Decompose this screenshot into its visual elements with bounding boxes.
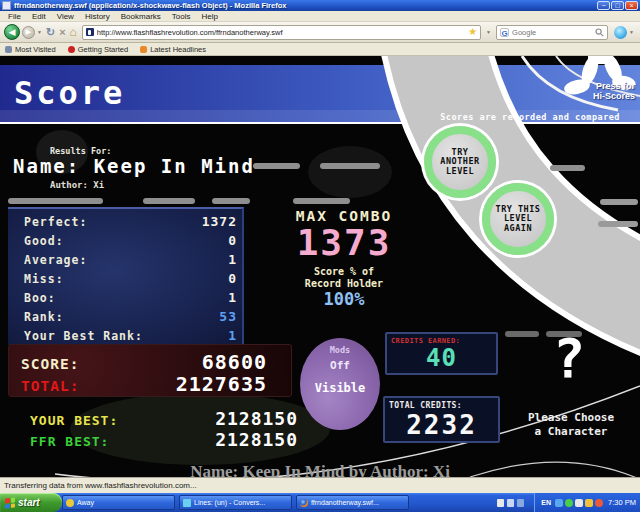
stats-panel: Perfect: 1372 Good: 0 Average: 1 Miss: 0… xyxy=(8,207,244,345)
try-another-level-button[interactable]: TRY ANOTHER LEVEL xyxy=(424,126,496,198)
menu-file[interactable]: File xyxy=(3,12,26,21)
menu-tools[interactable]: Tools xyxy=(167,12,196,21)
walking-person-icon[interactable] xyxy=(497,499,504,507)
back-button[interactable]: ◀ xyxy=(4,24,20,40)
record-percent-value: 100% xyxy=(256,290,432,308)
taskbar: start Away Lines: (un) - Convers... ffrn… xyxy=(0,493,640,512)
close-button[interactable]: × xyxy=(625,1,638,10)
tray-icon-messenger[interactable] xyxy=(555,499,563,507)
history-dropdown-icon[interactable]: ▼ xyxy=(37,29,42,35)
song-name: Name: Keep In Mind xyxy=(13,155,255,177)
menu-view[interactable]: View xyxy=(52,12,79,21)
bookmarks-toolbar: Most Visited Getting Started Latest Head… xyxy=(0,43,640,56)
search-box: G xyxy=(496,25,608,40)
away-status-icon xyxy=(66,499,74,507)
tray-icon-volume[interactable] xyxy=(575,499,583,507)
stat-row-perfect: Perfect: 1372 xyxy=(24,212,237,231)
network-icon[interactable] xyxy=(517,499,524,507)
taskbar-task-firefox[interactable]: ffrndanotherway.swf... xyxy=(296,495,409,510)
menu-bookmarks[interactable]: Bookmarks xyxy=(116,12,166,21)
tray-icon-antivirus[interactable] xyxy=(565,499,573,507)
credits-earned-value: 40 xyxy=(387,346,496,370)
stat-row-good: Good: 0 xyxy=(24,231,237,250)
taskbar-mid-icons xyxy=(497,499,524,507)
restore-button[interactable]: □ xyxy=(611,1,624,10)
ffr-best-row: FFR BEST: 2128150 xyxy=(30,429,298,450)
max-combo-block: MAX COMBO 1373 Score % of Record Holder … xyxy=(256,208,432,308)
bookmark-most-visited[interactable]: Most Visited xyxy=(5,45,56,54)
minimize-button[interactable]: − xyxy=(597,1,610,10)
menu-bar: File Edit View History Bookmarks Tools H… xyxy=(0,11,640,22)
stat-row-rank: Rank: 53 xyxy=(24,307,237,326)
total-credits-value: 2232 xyxy=(385,412,498,438)
site-favicon-icon xyxy=(86,28,94,36)
tray-icon-shield[interactable] xyxy=(585,499,593,507)
start-button[interactable]: start xyxy=(0,493,62,512)
bests-block: YOUR BEST: 2128150 FFR BEST: 2128150 xyxy=(8,404,298,450)
magnifier-icon[interactable] xyxy=(595,28,604,37)
rss-icon xyxy=(140,46,147,53)
total-row: TOTAL: 2127635 xyxy=(21,372,267,394)
toolbar-overflow-icon[interactable]: ▼ xyxy=(629,29,634,35)
max-combo-value: 1373 xyxy=(256,224,432,262)
decor-dash xyxy=(253,163,300,169)
forward-button[interactable]: ▶ xyxy=(22,26,35,39)
decor-dash xyxy=(212,198,250,204)
search-engine-icon[interactable]: G xyxy=(500,28,509,37)
hi-scores-button[interactable]: Press for Hi-Scores xyxy=(593,82,635,101)
bookmark-star-icon[interactable]: ★ xyxy=(468,27,477,37)
status-text: Transferring data from www.flashflashrev… xyxy=(4,481,197,490)
stat-row-boo: Boo: 1 xyxy=(24,288,237,307)
taskbar-clock: 7:30 PM xyxy=(608,498,636,507)
window-title: ffrndanotherway.swf (application/x-shock… xyxy=(14,1,596,10)
menu-edit[interactable]: Edit xyxy=(27,12,51,21)
flash-game-area: Score xyxy=(0,56,640,477)
decor-dash xyxy=(600,199,638,205)
home-icon[interactable]: ⌂ xyxy=(70,25,77,39)
navigation-toolbar: ◀ ▶ ▼ ↻ × ⌂ ★ ▼ G ▼ xyxy=(0,22,640,43)
character-prompt: Please Choose a Character xyxy=(504,411,638,439)
try-this-level-again-button[interactable]: TRY THIS LEVEL AGAIN xyxy=(482,183,554,255)
character-select-button[interactable]: ? xyxy=(538,330,600,388)
chat-icon xyxy=(183,499,191,507)
activity-throbber-icon xyxy=(614,26,627,39)
search-input[interactable] xyxy=(509,28,595,37)
your-best-row: YOUR BEST: 2128150 xyxy=(30,408,298,429)
decor-dash xyxy=(505,331,539,337)
bookmark-getting-started[interactable]: Getting Started xyxy=(68,45,128,54)
url-input[interactable] xyxy=(97,28,468,37)
stat-row-best-rank: Your Best Rank: 1 xyxy=(24,326,237,345)
system-tray: EN 7:30 PM xyxy=(534,493,640,512)
bookmark-latest-headlines[interactable]: Latest Headlines xyxy=(140,45,206,54)
decor-dash xyxy=(550,165,585,171)
desktop-screen: ffrndanotherway.swf (application/x-shock… xyxy=(0,0,640,512)
taskbar-task-away[interactable]: Away xyxy=(62,495,175,510)
decor-dash xyxy=(8,198,103,204)
menu-help[interactable]: Help xyxy=(196,12,222,21)
url-bar: ★ xyxy=(82,25,481,40)
stop-icon[interactable]: × xyxy=(59,26,65,38)
window-favicon-icon xyxy=(2,1,11,10)
score-box: SCORE: 68600 TOTAL: 2127635 xyxy=(8,344,292,397)
menu-history[interactable]: History xyxy=(80,12,115,21)
song-marquee: Name: Keep In Mind by Author: Xi xyxy=(125,462,515,477)
getting-started-icon xyxy=(68,46,75,53)
reload-icon[interactable]: ↻ xyxy=(46,26,55,39)
url-dropdown-icon[interactable]: ▼ xyxy=(486,29,491,35)
firefox-icon xyxy=(300,499,308,507)
taskbar-task-conversation[interactable]: Lines: (un) - Convers... xyxy=(179,495,292,510)
decor-dash xyxy=(293,198,350,204)
mods-indicator: Mods Off Visible xyxy=(300,338,380,430)
stat-row-miss: Miss: 0 xyxy=(24,269,237,288)
total-credits-box: TOTAL CREDITS: 2232 xyxy=(383,396,500,443)
decor-dash xyxy=(143,198,195,204)
folder-icon xyxy=(5,46,12,53)
song-author: Author: Xi xyxy=(50,180,104,190)
window-titlebar[interactable]: ffrndanotherway.swf (application/x-shock… xyxy=(0,0,640,11)
tray-icon-updates[interactable] xyxy=(595,499,603,507)
credits-earned-box: CREDITS EARNED: 40 xyxy=(385,332,498,375)
language-indicator[interactable]: EN xyxy=(541,499,551,506)
lock-icon[interactable] xyxy=(507,499,514,507)
stat-row-average: Average: 1 xyxy=(24,250,237,269)
decor-dash xyxy=(320,163,380,169)
